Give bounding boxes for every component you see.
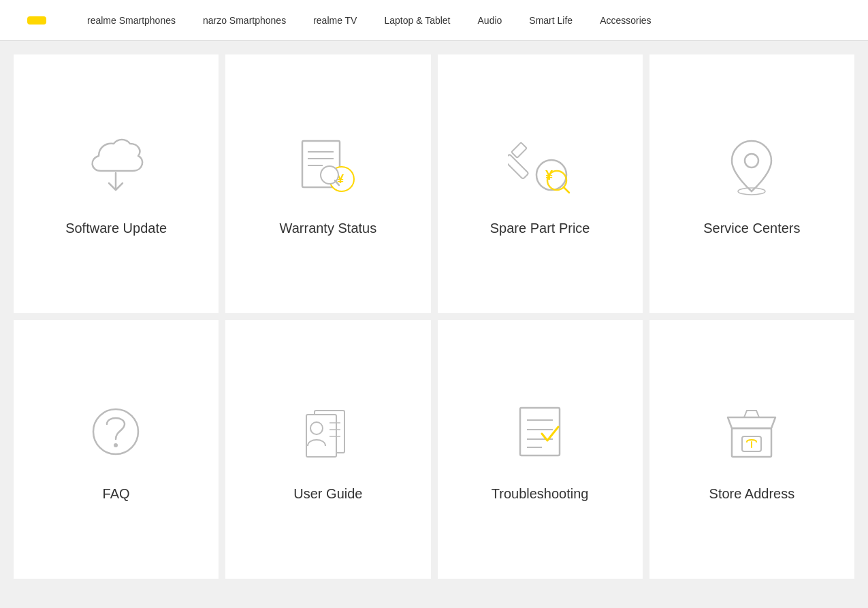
card-spare-part-price[interactable]: ¥ Spare Part Price [438,54,643,313]
nav-narzo-smartphones[interactable]: narzo Smartphones [203,14,286,27]
svg-rect-9 [508,154,529,179]
nav-laptop-tablet[interactable]: Laptop & Tablet [384,14,450,27]
warranty-icon: ¥ [294,132,362,200]
card-troubleshooting[interactable]: Troubleshooting [438,320,643,579]
nav-accessories[interactable]: Accessories [600,14,651,27]
troubleshooting-icon [506,398,574,466]
nav-smart-life[interactable]: Smart Life [529,14,573,27]
svg-point-15 [745,154,758,167]
card-warranty-status[interactable]: ¥ Warranty Status [225,54,430,313]
user-guide-icon [294,398,362,466]
header: realme Smartphonesnarzo Smartphonesrealm… [0,0,868,41]
card-label-store-address: Store Address [709,486,795,502]
nav: realme Smartphonesnarzo Smartphonesrealm… [87,14,652,27]
location-icon [718,132,786,200]
svg-rect-10 [511,142,527,158]
nav-realme-smartphones[interactable]: realme Smartphones [87,14,176,27]
card-label-faq: FAQ [103,486,130,502]
card-label-software-update: Software Update [65,221,167,236]
card-service-centers[interactable]: Service Centers [649,54,854,313]
card-label-spare-part-price: Spare Part Price [490,221,590,236]
svg-rect-20 [306,415,336,457]
card-label-troubleshooting: Troubleshooting [492,486,589,502]
svg-line-14 [564,187,569,193]
card-label-user-guide: User Guide [293,486,362,502]
nav-audio[interactable]: Audio [478,14,502,27]
store-icon [718,398,786,466]
spare-part-icon: ¥ [506,132,574,200]
card-user-guide[interactable]: User Guide [225,320,430,579]
card-label-warranty-status: Warranty Status [280,221,377,236]
card-label-service-centers: Service Centers [703,221,800,236]
logo[interactable] [27,16,46,25]
cloud-download-icon [82,132,150,200]
svg-point-18 [114,443,118,447]
svg-point-17 [93,409,138,454]
main-grid: Software Update ¥ Warranty Status ¥ S [0,41,868,592]
card-store-address[interactable]: Store Address [649,320,854,579]
card-faq[interactable]: FAQ [14,320,219,579]
card-software-update[interactable]: Software Update [14,54,219,313]
nav-realme-tv[interactable]: realme TV [313,14,357,27]
question-icon [82,398,150,466]
